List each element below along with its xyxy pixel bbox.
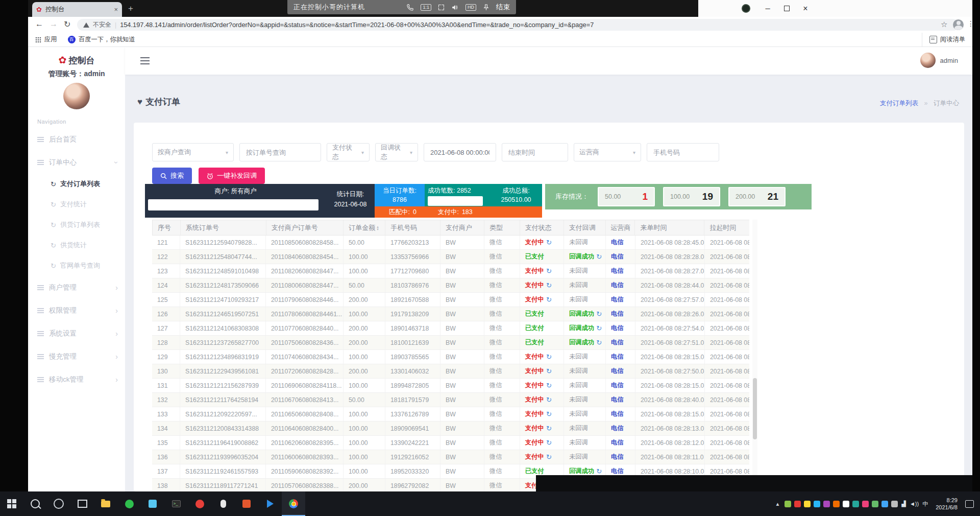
notification-center-icon[interactable]	[965, 500, 974, 508]
filter-field-7[interactable]	[652, 148, 714, 157]
sidebar-subitem-4[interactable]: ↻ 官网单号查询	[28, 255, 125, 276]
sidebar-item-1[interactable]: 订单中心›	[28, 151, 125, 174]
filter-field-1[interactable]	[245, 148, 315, 157]
tray-icon-2[interactable]	[804, 501, 811, 507]
refresh-icon[interactable]: ↻	[546, 282, 552, 289]
browser-menu-icon[interactable]: ⋮	[967, 19, 974, 28]
tray-icon-0[interactable]	[785, 501, 791, 507]
taskbar-media-app-icon[interactable]	[235, 491, 258, 516]
address-box[interactable]: 不安全 | 154.197.48.141/admin/order/listOrd…	[77, 19, 959, 31]
remote-float-ball[interactable]	[742, 4, 750, 13]
filter-field-4[interactable]	[429, 148, 491, 157]
tray-icon-4[interactable]	[823, 501, 830, 507]
reading-list-button[interactable]: 阅读清单	[922, 33, 965, 46]
filter-field-5[interactable]	[507, 148, 562, 157]
header-user[interactable]: admin	[920, 53, 958, 68]
taskbar-music-app-icon[interactable]	[188, 491, 211, 516]
tray-icon-11[interactable]	[891, 501, 898, 507]
taskbar-chrome-icon[interactable]	[282, 491, 305, 516]
bookmark-baidu[interactable]: 百 百度一下，你就知道	[68, 33, 135, 46]
tab-close-icon[interactable]: ×	[114, 6, 118, 13]
sidebar-item-4[interactable]: 系统设置›	[28, 322, 125, 345]
bookmark-star-icon[interactable]: ☆	[941, 20, 947, 29]
sort-icon[interactable]: ▴▾	[377, 225, 379, 230]
pin-icon[interactable]	[483, 4, 489, 11]
taskbar-terminal-app-icon[interactable]: >_	[164, 491, 188, 516]
refresh-icon[interactable]: ↻	[546, 353, 552, 361]
sidebar-subitem-1[interactable]: ↻ 支付统计	[28, 194, 125, 215]
refresh-icon[interactable]: ↻	[546, 239, 552, 246]
hd-icon[interactable]: HD	[465, 4, 476, 11]
tray-icon-3[interactable]	[814, 501, 820, 507]
merchant-stat-input[interactable]	[148, 199, 318, 210]
refresh-icon[interactable]: ↻	[546, 296, 552, 303]
phone-icon[interactable]	[407, 4, 413, 11]
tray-icon-7[interactable]	[852, 501, 859, 507]
refresh-icon[interactable]: ↻	[596, 339, 602, 346]
refresh-icon[interactable]: ↻	[596, 324, 602, 332]
scrollbar-thumb[interactable]	[753, 378, 757, 439]
refresh-icon[interactable]: ↻	[546, 367, 552, 375]
sidebar-subitem-2[interactable]: ↻ 供货订单列表	[28, 215, 125, 235]
forward-icon[interactable]: →	[50, 19, 58, 29]
cortana-icon[interactable]	[47, 491, 70, 516]
profile-icon[interactable]	[953, 19, 964, 30]
fullscreen-icon[interactable]	[438, 5, 444, 10]
filter-select-6[interactable]: 运营商 ▾	[574, 143, 641, 161]
tray-icon-1[interactable]	[794, 501, 801, 507]
tray-icon-6[interactable]	[843, 501, 849, 507]
breadcrumb-current[interactable]: 支付订单列表	[880, 100, 918, 107]
ime-indicator[interactable]: 中	[922, 500, 928, 508]
taskbar-green-app-icon[interactable]	[117, 491, 141, 516]
taskbar-search-icon[interactable]	[23, 491, 47, 516]
url-text[interactable]: 154.197.48.141/admin/order/listOrder?ord…	[120, 21, 594, 29]
network-icon[interactable]: ▟	[901, 501, 905, 507]
sidebar-item-3[interactable]: 权限管理›	[28, 299, 125, 322]
sidebar-item-0[interactable]: 后台首页	[28, 128, 125, 151]
refresh-icon[interactable]: ↻	[546, 439, 552, 447]
new-tab-button[interactable]: +	[128, 4, 133, 14]
filter-select-2[interactable]: 支付状态 ▾	[327, 143, 370, 161]
tray-icon-10[interactable]	[881, 501, 888, 507]
apps-shortcut[interactable]: 应用	[35, 33, 57, 46]
refresh-icon[interactable]: ↻	[546, 410, 552, 418]
refresh-icon[interactable]: ↻	[546, 453, 552, 461]
search-button[interactable]: 搜索	[152, 168, 192, 184]
refresh-icon[interactable]: ↻	[596, 310, 602, 318]
sidebar-subitem-3[interactable]: ↻ 供货统计	[28, 235, 125, 255]
ratio-1-1-icon[interactable]: 1:1	[421, 4, 431, 11]
window-minimize-button[interactable]: ─	[758, 0, 777, 17]
end-session-button[interactable]: 结束	[496, 3, 510, 12]
sidebar-item-5[interactable]: 慢充管理›	[28, 345, 125, 368]
tray-icon-9[interactable]	[872, 501, 878, 507]
window-maximize-button[interactable]	[777, 0, 796, 17]
browser-tab[interactable]: ✿ 控制台 ×	[32, 2, 122, 17]
refresh-icon[interactable]: ↻	[546, 396, 552, 404]
success-count-input[interactable]	[428, 196, 483, 206]
taskbar-file-explorer-icon[interactable]	[94, 491, 117, 516]
tray-icon-8[interactable]	[862, 501, 869, 507]
tray-expand-icon[interactable]: ▲	[775, 501, 780, 507]
refresh-icon[interactable]: ↻	[596, 253, 602, 261]
tray-icon-5[interactable]	[833, 501, 840, 507]
resend-callback-button[interactable]: 一键补发回调	[199, 168, 265, 184]
filter-select-3[interactable]: 回调状态 ▾	[375, 143, 418, 161]
sidebar-item-6[interactable]: 移动ck管理›	[28, 368, 125, 391]
sidebar-item-2[interactable]: 商户管理›	[28, 276, 125, 299]
refresh-icon[interactable]: ↻	[546, 425, 552, 432]
sidebar-subitem-0[interactable]: ↻ 支付订单列表	[28, 174, 125, 194]
reload-icon[interactable]: ↻	[64, 19, 70, 29]
hamburger-icon[interactable]	[140, 57, 150, 58]
refresh-icon[interactable]: ↻	[596, 467, 602, 475]
taskbar-remote-app-icon[interactable]	[141, 491, 164, 516]
volume-icon[interactable]: ◄))	[910, 501, 919, 507]
task-view-icon[interactable]	[70, 491, 94, 516]
refresh-icon[interactable]: ↻	[546, 382, 552, 389]
speaker-icon[interactable]	[451, 4, 458, 11]
window-close-button[interactable]: ×	[796, 0, 815, 17]
taskbar-mouse-tool-icon[interactable]	[211, 491, 235, 516]
table-scrollbar[interactable]	[752, 220, 757, 491]
start-button[interactable]	[0, 491, 23, 516]
filter-select-0[interactable]: 按商户查询 ▾	[152, 143, 234, 161]
back-icon[interactable]: ←	[35, 19, 43, 29]
